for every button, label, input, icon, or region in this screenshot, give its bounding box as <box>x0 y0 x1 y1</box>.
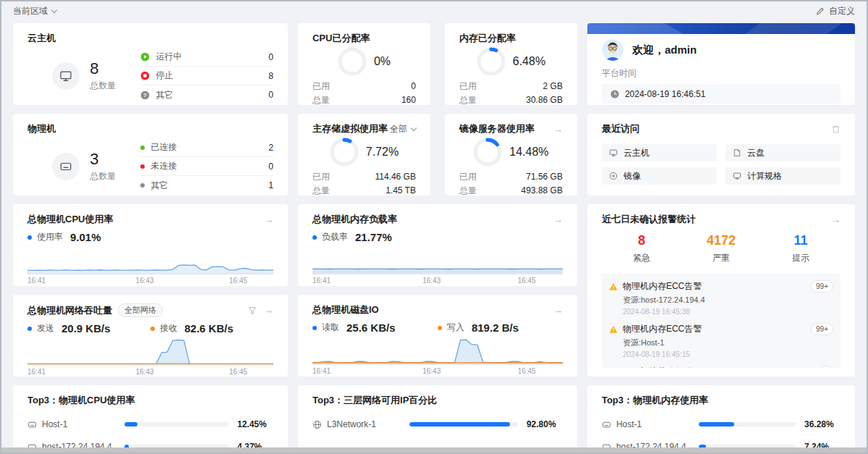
vm-total-label: 总数量 <box>90 80 116 92</box>
disk-write-legend: 写入 819.2 B/s <box>438 321 563 334</box>
vm-card-title: 云主机 <box>27 32 56 45</box>
gray-dot-icon <box>140 183 145 188</box>
mem-alloc-title: 内存已分配率 <box>459 32 516 45</box>
network-chart <box>27 338 273 366</box>
trash-icon[interactable] <box>831 125 841 134</box>
mem-load-axis: 16:4116:4316:45 <box>312 277 563 286</box>
running-icon <box>140 52 150 62</box>
vm-monitor-icon <box>52 62 80 90</box>
host-card: 物理机 3 总数量 已连接 <box>13 114 288 196</box>
image-server-percent: 14.48% <box>509 146 548 159</box>
alarm-item-2[interactable]: 物理机内存ECC告警 99+ 资源:Host-1 2024-08-19 16:4… <box>609 318 833 361</box>
storage-filter-select[interactable]: 全部 <box>390 123 416 135</box>
top-mem-title: Top3：物理机内存使用率 <box>602 394 708 407</box>
server-icon <box>602 420 611 429</box>
monitor-icon <box>609 148 618 157</box>
recent-item-image[interactable]: 镜像 <box>602 167 717 185</box>
progress-fill <box>409 422 510 426</box>
vm-total: 8 <box>90 60 116 77</box>
recent-item-instance-offering[interactable]: 计算规格 <box>726 167 841 185</box>
welcome-banner <box>587 23 855 34</box>
platform-time-value: 2024-08-19 16:46:51 <box>625 89 705 99</box>
svg-text:?: ? <box>143 92 147 98</box>
top-cpu-row-1[interactable]: Host-1 12.45% <box>27 419 273 429</box>
progress-bar <box>699 422 796 426</box>
warning-icon <box>609 368 618 369</box>
dashboard-grid: 云主机 8 总数量 运行中 <box>1 20 867 454</box>
chevron-down-icon <box>411 125 417 130</box>
top-ip-row-1[interactable]: L3Network-1 92.80% <box>312 419 563 429</box>
customize-label: 自定义 <box>829 5 855 17</box>
column-middle: CPU已分配率 0% 已用0 总量160 内存已分配率 6.48% 已用2 G <box>298 23 577 454</box>
arrow-right-icon[interactable]: → <box>831 215 841 224</box>
network-title: 总物理机网络吞吐量 <box>27 304 112 317</box>
platform-time-box: 2024-08-19 16:46:51 <box>602 84 841 104</box>
mem-load-title: 总物理机内存负载率 <box>312 213 397 226</box>
top-mem-card: Top3：物理机内存使用率 Host-1 36.28% host-172.24.… <box>587 385 855 454</box>
storage-percent: 7.72% <box>366 146 399 159</box>
network-recv-legend: 接收 82.6 KB/s <box>150 322 273 335</box>
vm-card: 云主机 8 总数量 运行中 <box>13 23 288 105</box>
recent-card: 最近访问 云主机 云盘 镜像 <box>587 114 855 196</box>
cpu-usage-chart <box>27 247 273 274</box>
alarm-item-3[interactable]: 物理机挂载路径错误 1 资源:host-172.24.194.3 <box>609 361 833 368</box>
horizontal-scrollbar[interactable] <box>1 447 867 453</box>
alarm-count-badge: 99+ <box>811 280 833 293</box>
alarm-stat-emergency: 8 紧急 <box>602 233 681 264</box>
platform-time-label: 平台时间 <box>602 67 841 80</box>
progress-fill <box>124 422 137 426</box>
server-icon <box>27 420 37 429</box>
top-ip-title: Top3：三层网络可用IP百分比 <box>312 394 437 407</box>
storage-donut <box>330 138 359 167</box>
alarm-stat-severe: 4172 严重 <box>681 233 761 264</box>
arrow-right-icon[interactable]: → <box>264 306 273 315</box>
dashboard-screen: 当前区域 自定义 云主机 8 <box>0 0 868 454</box>
network-scope-tag: 全部网络 <box>118 303 163 317</box>
host-status-disconnected: 未连接 0 <box>140 157 273 176</box>
cpu-usage-axis: 16:4116:4316:45 <box>27 277 273 286</box>
blue-dot-icon <box>27 327 32 331</box>
mem-alloc-percent: 6.48% <box>513 55 545 68</box>
volume-icon <box>733 148 741 157</box>
disk-io-card: 总物理机磁盘IO → 读取 25.6 KB/s 写入 819.2 B/s <box>298 295 577 377</box>
host-status-other: 其它 1 <box>140 176 273 195</box>
blue-dot-icon <box>27 235 32 240</box>
top-cpu-title: Top3：物理机CPU使用率 <box>27 394 135 407</box>
cpu-alloc-card: CPU已分配率 0% 已用0 总量160 <box>298 23 430 105</box>
alarm-item-1[interactable]: 物理机内存ECC告警 99+ 资源:host-172.24.194.4 2024… <box>609 275 833 318</box>
progress-bar <box>124 422 229 426</box>
chevron-down-icon <box>51 7 57 12</box>
arrow-right-icon[interactable]: → <box>553 306 563 315</box>
welcome-greeting: 欢迎，admin <box>632 43 697 57</box>
region-label: 当前区域 <box>13 5 48 17</box>
image-server-card: 镜像服务器使用率 → 14.48% 已用71.56 GB 总量493.88 GB <box>445 114 577 196</box>
top-mem-row-1[interactable]: Host-1 36.28% <box>602 419 841 429</box>
clock-icon <box>610 90 619 98</box>
progress-bar <box>409 422 518 426</box>
host-card-title: 物理机 <box>27 122 56 135</box>
mem-load-chart <box>312 247 563 274</box>
customize-button[interactable]: 自定义 <box>816 5 855 17</box>
pencil-icon <box>816 7 825 15</box>
alarm-title: 近七日未确认报警统计 <box>602 213 696 226</box>
monitor-icon <box>733 172 741 180</box>
vm-status-running: 运行中 0 <box>140 48 273 67</box>
region-selector[interactable]: 当前区域 <box>13 5 56 17</box>
stopped-icon <box>140 71 150 80</box>
welcome-card: 欢迎，admin 平台时间 2024-08-19 16:46:51 <box>587 23 855 105</box>
cpu-usage-title: 总物理机CPU使用率 <box>27 213 113 226</box>
host-total: 3 <box>90 151 116 168</box>
arrow-right-icon[interactable]: → <box>553 215 563 224</box>
image-server-title: 镜像服务器使用率 <box>459 122 535 135</box>
cpu-usage-legend: 使用率 9.01% <box>27 231 150 243</box>
recent-item-vm[interactable]: 云主机 <box>602 144 717 161</box>
recent-item-volume[interactable]: 云盘 <box>726 144 841 161</box>
filter-icon[interactable] <box>248 306 257 315</box>
arrow-right-icon[interactable]: → <box>553 125 563 134</box>
green-dot-icon <box>140 146 145 150</box>
column-right: 欢迎，admin 平台时间 2024-08-19 16:46:51 最近访问 <box>587 23 855 454</box>
host-server-icon <box>52 153 80 180</box>
orange-dot-icon <box>438 326 442 330</box>
arrow-right-icon[interactable]: → <box>264 215 273 224</box>
top-ip-card: Top3：三层网络可用IP百分比 L3Network-1 92.80% <box>298 385 577 454</box>
